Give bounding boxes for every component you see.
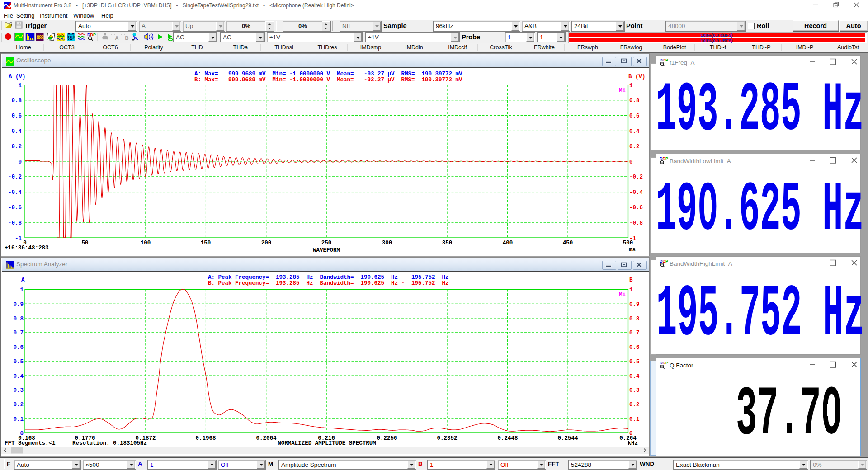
svg-text:ms: ms — [629, 247, 636, 253]
svg-text:A (V): A (V) — [9, 74, 26, 80]
svg-text:0.7: 0.7 — [13, 330, 24, 336]
svg-text:0.6: 0.6 — [11, 113, 22, 119]
svg-text:-0.6: -0.6 — [629, 205, 643, 211]
svg-text:0.2064: 0.2064 — [256, 435, 277, 442]
svg-text:-0.8: -0.8 — [629, 220, 643, 226]
svg-text:0.6: 0.6 — [13, 344, 24, 351]
svg-text:0: 0 — [18, 159, 22, 165]
svg-text:0.2448: 0.2448 — [497, 435, 518, 442]
svg-text:0.4: 0.4 — [629, 373, 640, 380]
svg-text:1: 1 — [18, 83, 22, 89]
svg-text:B: B — [629, 277, 633, 283]
svg-text:-0.4: -0.4 — [629, 189, 643, 196]
svg-text:300: 300 — [382, 240, 392, 246]
svg-text:Mi: Mi — [619, 291, 626, 298]
svg-text:0.8: 0.8 — [11, 98, 22, 104]
svg-text:0.2352: 0.2352 — [437, 435, 457, 442]
svg-text:0.4: 0.4 — [629, 128, 640, 135]
svg-text:1: 1 — [629, 287, 633, 293]
svg-text:400: 400 — [503, 240, 513, 246]
svg-text:0.3: 0.3 — [13, 387, 24, 394]
svg-text:150: 150 — [201, 240, 211, 246]
svg-text:NORMALIZED AMPLITUDE SPECTRUM: NORMALIZED AMPLITUDE SPECTRUM — [278, 440, 376, 446]
svg-text:0.9: 0.9 — [629, 301, 640, 308]
svg-text:1: 1 — [629, 83, 633, 89]
svg-text:190.625 Hz: 190.625 Hz — [656, 171, 864, 250]
svg-text:A: A — [21, 277, 25, 283]
svg-text:A: A — [115, 35, 119, 41]
svg-text:0.2: 0.2 — [629, 402, 640, 408]
svg-text:50: 50 — [81, 240, 88, 246]
svg-text:A: Max= 999.9689 mV Min= -1: A: Max= 999.9689 mV Min= -1.0000000 V Me… — [194, 71, 462, 77]
svg-text:200: 200 — [261, 240, 272, 246]
svg-text:500: 500 — [623, 240, 633, 246]
svg-text:B: Max= 999.9689 mV Min= -1: B: Max= 999.9689 mV Min= -1.0000000 V Me… — [194, 77, 462, 83]
svg-text:kHz: kHz — [627, 440, 638, 446]
svg-text:37.70: 37.70 — [736, 375, 842, 454]
svg-text:B: Peak Frequency= 193.285 H: B: Peak Frequency= 193.285 Hz Bandwidth=… — [208, 280, 449, 287]
svg-text:Mi: Mi — [619, 88, 626, 94]
svg-text:0.1: 0.1 — [13, 416, 24, 423]
svg-text:-0.2: -0.2 — [8, 174, 22, 180]
svg-text:0.1: 0.1 — [629, 416, 640, 423]
svg-text:WAVEFORM: WAVEFORM — [313, 247, 340, 254]
svg-text:0.2544: 0.2544 — [557, 435, 578, 442]
svg-text:0.8: 0.8 — [13, 316, 24, 322]
svg-text:350: 350 — [442, 240, 453, 246]
svg-text:FFT Segments:<1 Resolution: FFT Segments:<1 Resolution: 0.183105Hz — [5, 440, 147, 446]
svg-text:0.2256: 0.2256 — [377, 435, 397, 442]
svg-text:0.5: 0.5 — [629, 359, 640, 365]
svg-text:0.8: 0.8 — [629, 98, 640, 104]
svg-text:-0.2: -0.2 — [629, 174, 643, 180]
svg-text:0.1968: 0.1968 — [195, 435, 216, 442]
svg-text:A: Peak Frequency= 193.285 H: A: Peak Frequency= 193.285 Hz Bandwidth=… — [208, 274, 449, 281]
svg-text:450: 450 — [563, 240, 573, 246]
svg-text:0.5: 0.5 — [13, 359, 24, 365]
svg-text:0.4: 0.4 — [13, 373, 24, 380]
svg-text:0.4: 0.4 — [11, 128, 22, 135]
svg-text:888: 888 — [37, 34, 44, 41]
svg-text:100: 100 — [141, 240, 151, 246]
svg-text:0.2: 0.2 — [629, 144, 640, 150]
svg-text:0.3: 0.3 — [629, 387, 640, 394]
svg-text:195.752 Hz: 195.752 Hz — [656, 273, 864, 356]
svg-text:DDP: DDP — [87, 33, 96, 37]
svg-text:0.2: 0.2 — [11, 144, 22, 150]
svg-text:DUT: DUT — [68, 35, 76, 39]
svg-text:1: 1 — [20, 287, 24, 293]
svg-text:-1: -1 — [15, 235, 22, 242]
svg-text:0.7: 0.7 — [629, 330, 640, 336]
svg-text:193.285 Hz: 193.285 Hz — [656, 71, 864, 150]
svg-text:+16:36:48:283: +16:36:48:283 — [5, 245, 49, 251]
svg-text:-0.8: -0.8 — [8, 220, 22, 226]
svg-text:250: 250 — [321, 240, 332, 246]
svg-text:0.6: 0.6 — [629, 344, 640, 351]
svg-text:-0.6: -0.6 — [8, 205, 22, 211]
svg-text:0.2: 0.2 — [13, 402, 24, 408]
svg-text:B: B — [125, 35, 129, 41]
svg-text:B (V): B (V) — [628, 74, 646, 80]
svg-text:0: 0 — [629, 159, 633, 165]
svg-text:0.8: 0.8 — [629, 316, 640, 322]
svg-text:0.6: 0.6 — [629, 113, 640, 119]
svg-text:0.9: 0.9 — [13, 301, 24, 308]
svg-text:-0.4: -0.4 — [8, 189, 22, 196]
